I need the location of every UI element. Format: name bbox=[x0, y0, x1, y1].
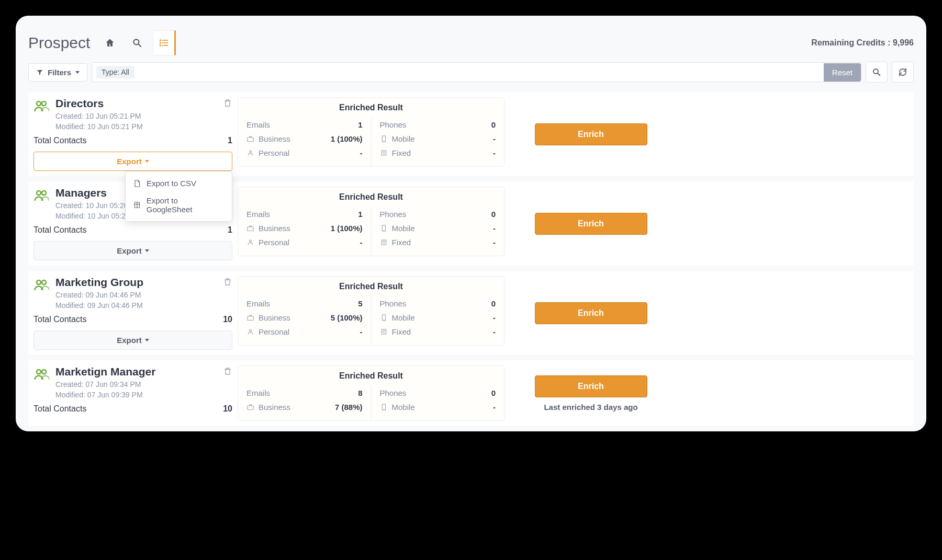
chevron-down-icon bbox=[145, 160, 149, 163]
card-left: DirectorsCreated: 10 Jun 05:21 PMModifie… bbox=[33, 97, 232, 171]
group-icon bbox=[33, 367, 49, 382]
group-icon bbox=[33, 277, 49, 293]
refresh-button[interactable] bbox=[892, 62, 914, 83]
svg-rect-5 bbox=[162, 42, 169, 43]
svg-point-25 bbox=[250, 240, 252, 242]
card-left: Marketing GroupCreated: 09 Jun 04:46 PMM… bbox=[33, 276, 232, 350]
export-googlesheet-item[interactable]: Export to GoogleSheet bbox=[126, 192, 232, 218]
emails-row: Emails1 bbox=[246, 207, 363, 221]
phones-row: Phones0 bbox=[380, 118, 496, 132]
svg-rect-24 bbox=[248, 227, 253, 231]
svg-point-10 bbox=[37, 101, 41, 106]
home-icon[interactable] bbox=[98, 30, 121, 55]
svg-point-4 bbox=[160, 42, 161, 43]
card-right: Enrich bbox=[510, 276, 672, 350]
mobile-row: Mobile- bbox=[380, 400, 496, 414]
svg-rect-7 bbox=[162, 45, 169, 46]
total-contacts-row: Total Contacts10 bbox=[33, 404, 232, 414]
last-enriched-label: Last enriched 3 days ago bbox=[544, 403, 637, 412]
svg-point-41 bbox=[42, 370, 46, 374]
page-title: Prospect bbox=[28, 34, 90, 52]
card-title: Directors bbox=[55, 97, 232, 110]
personal-row: Personal- bbox=[246, 146, 363, 160]
enriched-panel: Enriched ResultEmails8Business7 (88%)Pho… bbox=[238, 365, 504, 421]
svg-rect-33 bbox=[248, 316, 253, 321]
filters-button[interactable]: Filters bbox=[28, 63, 87, 82]
list-icon[interactable] bbox=[153, 30, 176, 55]
total-contacts-row: Total Contacts10 bbox=[33, 315, 232, 324]
svg-point-40 bbox=[37, 370, 41, 374]
modified-label: Modified: 09 Jun 04:46 PM bbox=[55, 301, 232, 310]
total-contacts-row: Total Contacts1 bbox=[33, 225, 232, 235]
enriched-title: Enriched Result bbox=[238, 366, 504, 386]
card-right: Enrich bbox=[510, 97, 672, 171]
filterbar: Filters Type: All Reset bbox=[28, 62, 914, 83]
created-label: Created: 09 Jun 04:46 PM bbox=[55, 291, 232, 299]
created-label: Created: 07 Jun 09:34 PM bbox=[55, 380, 232, 388]
svg-point-2 bbox=[160, 39, 161, 41]
svg-rect-3 bbox=[162, 40, 169, 41]
enriched-title: Enriched Result bbox=[238, 277, 504, 296]
business-row: Business5 (100%) bbox=[246, 311, 363, 325]
enrich-button[interactable]: Enrich bbox=[535, 213, 647, 235]
search-button[interactable] bbox=[866, 62, 888, 83]
personal-row: Personal- bbox=[246, 235, 363, 249]
phones-row: Phones0 bbox=[380, 207, 496, 221]
enrich-button[interactable]: Enrich bbox=[535, 375, 647, 397]
svg-line-9 bbox=[878, 73, 880, 76]
svg-rect-15 bbox=[248, 138, 253, 142]
group-icon bbox=[33, 98, 49, 114]
chevron-down-icon bbox=[75, 71, 80, 74]
svg-rect-37 bbox=[382, 329, 386, 334]
card-left: Marketign ManagerCreated: 07 Jun 09:34 P… bbox=[33, 365, 232, 414]
group-icon bbox=[33, 188, 49, 203]
svg-point-31 bbox=[37, 280, 41, 284]
app-window: Prospect Remaining Credits : 9,996 Filte… bbox=[16, 16, 926, 431]
svg-point-22 bbox=[37, 191, 41, 195]
filter-chip-bar[interactable]: Type: All Reset bbox=[92, 62, 861, 82]
header-left: Prospect bbox=[28, 30, 176, 55]
search-icon[interactable] bbox=[126, 30, 149, 55]
export-csv-item[interactable]: Export to CSV bbox=[126, 175, 232, 192]
created-label: Created: 10 Jun 05:21 PM bbox=[55, 112, 232, 120]
export-button[interactable]: Export bbox=[33, 152, 232, 171]
svg-line-1 bbox=[139, 44, 141, 47]
total-contacts-row: Total Contacts1 bbox=[33, 136, 232, 145]
chevron-down-icon bbox=[145, 249, 149, 252]
enrich-button[interactable]: Enrich bbox=[535, 123, 647, 145]
enriched-title: Enriched Result bbox=[238, 98, 504, 118]
trash-icon[interactable] bbox=[223, 98, 232, 110]
enriched-panel: Enriched ResultEmails5Business5 (100%)Pe… bbox=[238, 276, 504, 346]
svg-rect-42 bbox=[248, 406, 253, 410]
svg-point-23 bbox=[42, 191, 46, 195]
card-title: Marketign Manager bbox=[55, 365, 232, 378]
emails-row: Emails1 bbox=[246, 118, 363, 132]
business-row: Business7 (88%) bbox=[246, 400, 363, 414]
personal-row: Personal- bbox=[246, 325, 363, 339]
export-button[interactable]: Export bbox=[33, 241, 232, 260]
filter-chip[interactable]: Type: All bbox=[96, 66, 134, 78]
svg-point-11 bbox=[42, 101, 46, 106]
enrich-button[interactable]: Enrich bbox=[535, 302, 647, 324]
export-button[interactable]: Export bbox=[33, 330, 232, 350]
header: Prospect Remaining Credits : 9,996 bbox=[28, 30, 914, 55]
reset-button[interactable]: Reset bbox=[824, 63, 861, 82]
modified-label: Modified: 07 Jun 09:39 PM bbox=[55, 391, 232, 399]
trash-icon[interactable] bbox=[223, 277, 232, 289]
cards-container: DirectorsCreated: 10 Jun 05:21 PMModifie… bbox=[28, 92, 914, 426]
svg-rect-28 bbox=[382, 240, 386, 245]
card-right: EnrichLast enriched 3 days ago bbox=[510, 365, 672, 421]
svg-point-0 bbox=[134, 39, 139, 44]
phones-row: Phones0 bbox=[380, 296, 496, 311]
svg-point-34 bbox=[250, 329, 252, 332]
svg-point-16 bbox=[250, 151, 252, 153]
remaining-credits: Remaining Credits : 9,996 bbox=[811, 38, 914, 48]
svg-point-8 bbox=[873, 69, 878, 74]
trash-icon[interactable] bbox=[223, 367, 232, 378]
mobile-row: Mobile- bbox=[380, 221, 496, 235]
emails-row: Emails8 bbox=[246, 386, 363, 400]
mobile-row: Mobile- bbox=[380, 311, 496, 325]
enriched-panel: Enriched ResultEmails1Business1 (100%)Pe… bbox=[238, 97, 504, 167]
phones-row: Phones0 bbox=[380, 386, 496, 400]
enriched-panel: Enriched ResultEmails1Business1 (100%)Pe… bbox=[238, 187, 504, 256]
